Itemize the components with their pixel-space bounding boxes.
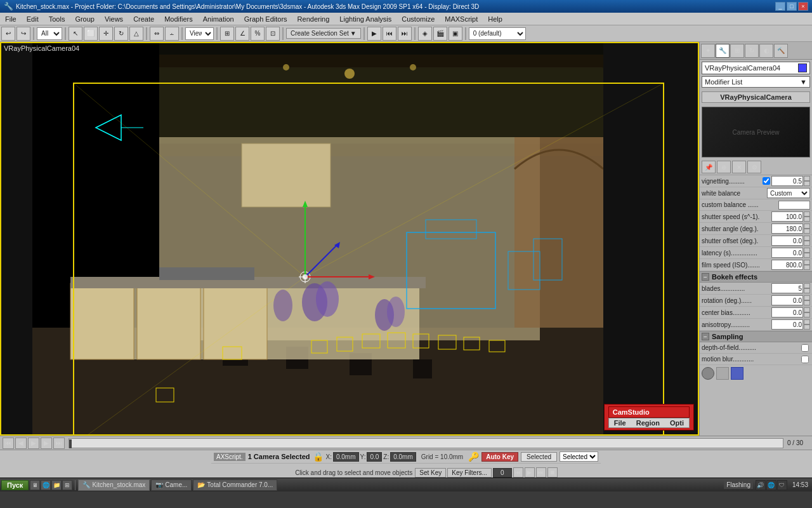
prev-frame-button[interactable]: ◀ [15, 438, 27, 449]
start-button[interactable]: Пуск [1, 480, 29, 490]
remove-modifier-button[interactable]: ✕ [732, 161, 746, 173]
snap-toggle[interactable]: ⊞ [220, 27, 234, 41]
shutter-speed-down[interactable]: ▼ [804, 217, 810, 222]
mini-next-btn[interactable]: ⏭ [536, 467, 546, 478]
menu-lighting[interactable]: Lighting Analysis [334, 13, 396, 25]
menu-maxscript[interactable]: MAXScript [440, 13, 483, 25]
viewport-container[interactable]: VRayPhysicalCamera04 [0, 42, 699, 436]
menu-views[interactable]: Views [100, 13, 128, 25]
mini-play-btn[interactable]: ▶ [525, 467, 535, 478]
show-desktop-icon[interactable]: 🖥 [30, 480, 40, 490]
material-editor[interactable]: ◈ [418, 27, 432, 41]
film-speed-spinner[interactable]: ▲ ▼ [804, 260, 810, 270]
maximize-button[interactable]: □ [787, 2, 797, 11]
layer-select[interactable]: 0 (default) [469, 27, 526, 40]
undo-button[interactable]: ↩ [1, 27, 15, 41]
camstudio-widget[interactable]: CamStudio File Region Opti [604, 404, 694, 431]
motion-blur-checkbox[interactable] [801, 356, 809, 363]
blades-down[interactable]: ▼ [804, 288, 810, 293]
play-anim-button[interactable]: ▶ [28, 438, 39, 449]
camstudio-options[interactable]: Opti [665, 418, 689, 427]
menu-customize[interactable]: Customize [396, 13, 440, 25]
center-bias-down[interactable]: ▼ [804, 312, 810, 318]
mini-prev-btn[interactable]: ⏮ [513, 467, 523, 478]
center-bias-spinner[interactable]: ▲ ▼ [804, 307, 810, 318]
vignetting-spinner[interactable]: ▲ ▼ [804, 176, 810, 186]
film-speed-value[interactable]: 800.0 [771, 260, 803, 270]
render-frame[interactable]: ▣ [449, 27, 462, 41]
rotation-down[interactable]: ▼ [804, 300, 810, 305]
play-button[interactable]: ▶ [367, 27, 381, 41]
sampling-header[interactable]: − Sampling [700, 331, 812, 342]
latency-down[interactable]: ▼ [804, 253, 810, 258]
make-unique-button[interactable]: ⊕ [717, 161, 731, 173]
menu-help[interactable]: Help [483, 13, 508, 25]
network-icon[interactable]: 🌐 [766, 480, 776, 490]
motion-tab-icon[interactable]: ↻ [745, 44, 759, 58]
taskbar-3dsmax[interactable]: 🔧 Kitchen_stock.max [78, 479, 150, 491]
latency-value[interactable]: 0.0 [771, 248, 803, 258]
menu-tools[interactable]: Tools [44, 13, 70, 25]
menu-modifiers[interactable]: Modifiers [159, 13, 198, 25]
key-filters-button[interactable]: Key Filters... [447, 468, 492, 478]
anisotropy-up[interactable]: ▲ [804, 319, 810, 324]
folder-icon[interactable]: 📁 [51, 480, 62, 490]
mirror-tool[interactable]: ⇔ [150, 27, 164, 41]
sampling-collapse-icon[interactable]: − [702, 333, 709, 340]
shutter-offset-value[interactable]: 0.0 [771, 236, 803, 246]
window-controls[interactable]: _ □ × [775, 2, 808, 11]
anisotropy-down[interactable]: ▼ [804, 324, 810, 330]
modify-tab-icon[interactable]: 🔧 [716, 44, 730, 58]
modifier-list-dropdown[interactable]: Modifier List ▼ [702, 76, 810, 88]
dof-checkbox[interactable] [801, 344, 809, 352]
y-coord[interactable]: 0.0 [367, 452, 382, 462]
sampling-btn-3[interactable] [731, 367, 743, 380]
frame-number[interactable]: 0 [493, 468, 512, 478]
x-coord[interactable]: 0.0mm [333, 452, 359, 462]
ie-icon[interactable]: 🌐 [41, 480, 51, 490]
film-speed-down[interactable]: ▼ [804, 265, 810, 270]
hierarchy-tab-icon[interactable]: ⊞ [730, 44, 744, 58]
select-tool[interactable]: ↖ [69, 27, 82, 41]
object-name-field[interactable]: VRayPhysicalCamera04 [702, 62, 810, 74]
camstudio-file[interactable]: File [609, 418, 631, 427]
rotation-spinner[interactable]: ▲ ▼ [804, 295, 810, 305]
shutter-angle-down[interactable]: ▼ [804, 229, 810, 234]
taskbar-camera[interactable]: 📷 Came... [151, 479, 192, 491]
antivirus-icon[interactable]: 🛡 [777, 480, 787, 490]
vignetting-down[interactable]: ▼ [804, 181, 810, 186]
menu-edit[interactable]: Edit [22, 13, 44, 25]
white-balance-select[interactable]: Custom Daylight Cloudy [767, 188, 810, 198]
custom-balance-swatch[interactable] [778, 201, 810, 210]
film-speed-up[interactable]: ▲ [804, 260, 810, 265]
display-tab-icon[interactable]: ◐ [759, 44, 773, 58]
shutter-offset-up[interactable]: ▲ [804, 236, 810, 241]
rotation-up[interactable]: ▲ [804, 295, 810, 300]
minimize-button[interactable]: _ [775, 2, 785, 11]
shutter-speed-spinner[interactable]: ▲ ▼ [804, 211, 810, 222]
shutter-speed-value[interactable]: 100.0 [771, 211, 803, 222]
center-bias-value[interactable]: 0.0 [771, 307, 803, 318]
shutter-angle-spinner[interactable]: ▲ ▼ [804, 224, 810, 234]
bokeh-collapse-icon[interactable]: − [702, 273, 709, 281]
angle-snap[interactable]: ∠ [235, 27, 249, 41]
close-button[interactable]: × [798, 2, 808, 11]
select-rotate[interactable]: ↻ [114, 27, 128, 41]
pin-stack-button[interactable]: 📌 [702, 161, 716, 173]
selection-filter-select[interactable]: All [37, 27, 62, 40]
shutter-offset-down[interactable]: ▼ [804, 241, 810, 246]
latency-up[interactable]: ▲ [804, 248, 810, 253]
percent-snap[interactable]: % [251, 27, 265, 41]
menu-graph-editors[interactable]: Graph Editors [239, 13, 292, 25]
mini-stop-btn[interactable]: ⏹ [547, 467, 558, 478]
render-setup[interactable]: 🎬 [433, 27, 447, 41]
vignetting-up[interactable]: ▲ [804, 176, 810, 181]
auto-key-button[interactable]: Auto Key [481, 452, 518, 462]
rotation-value[interactable]: 0.0 [771, 295, 803, 305]
align-tool[interactable]: ⫠ [165, 27, 179, 41]
anisotropy-spinner[interactable]: ▲ ▼ [804, 319, 810, 330]
vignetting-value[interactable]: 0.5 [771, 176, 803, 186]
redo-button[interactable]: ↪ [16, 27, 30, 41]
set-key-button[interactable]: Set Key [415, 468, 446, 478]
anisotropy-value[interactable]: 0.0 [771, 319, 803, 330]
